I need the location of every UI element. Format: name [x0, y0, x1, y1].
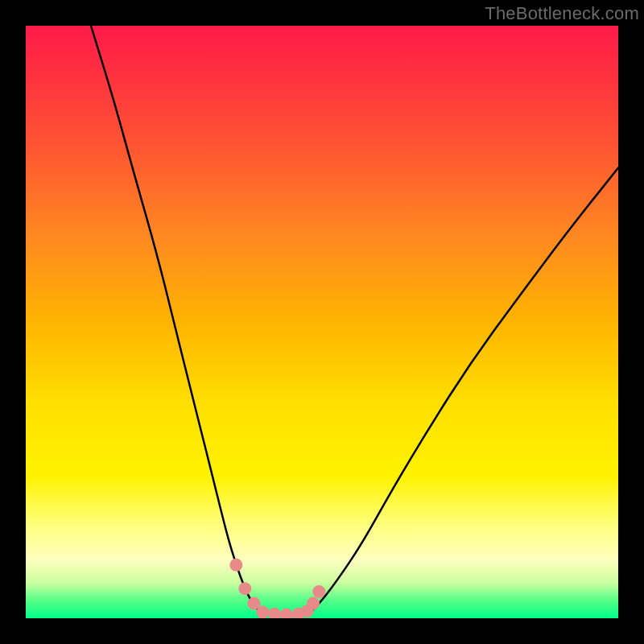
marker-dot	[312, 585, 325, 598]
plot-area	[26, 26, 618, 618]
marker-dot	[229, 559, 242, 572]
marker-group	[229, 559, 325, 618]
marker-dot	[307, 597, 320, 610]
curve-canvas	[26, 26, 618, 618]
outer-frame: TheBottleneck.com	[0, 0, 644, 644]
marker-dot	[238, 582, 251, 595]
watermark-text: TheBottleneck.com	[485, 3, 639, 24]
marker-dot	[256, 606, 269, 618]
marker-dot	[268, 608, 281, 618]
marker-dot	[280, 609, 293, 618]
curve-group	[91, 26, 618, 614]
curve-path	[91, 26, 618, 614]
